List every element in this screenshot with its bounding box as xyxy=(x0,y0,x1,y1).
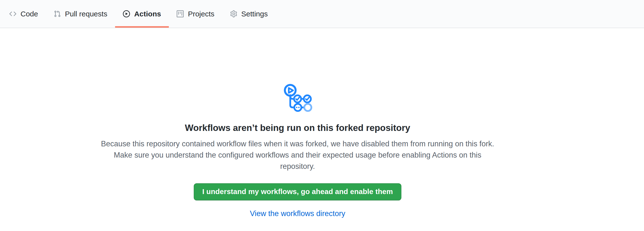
tab-settings[interactable]: Settings xyxy=(222,0,276,28)
tab-projects[interactable]: Projects xyxy=(169,0,222,28)
actions-disabled-blankslate: Workflows aren’t being run on this forke… xyxy=(97,28,498,218)
tab-pull-requests-label: Pull requests xyxy=(65,10,107,18)
blankslate-title: Workflows aren’t being run on this forke… xyxy=(97,121,498,135)
repo-nav: Code Pull requests Actions Projects Sett… xyxy=(0,0,644,28)
git-pull-request-icon xyxy=(54,10,61,17)
blankslate-description: Because this repository contained workfl… xyxy=(100,138,496,172)
tab-code-label: Code xyxy=(20,10,38,18)
gear-icon xyxy=(230,10,237,17)
tab-settings-label: Settings xyxy=(242,10,268,18)
tab-actions-label: Actions xyxy=(134,10,161,18)
tab-projects-label: Projects xyxy=(188,10,214,18)
tab-code[interactable]: Code xyxy=(2,0,46,28)
tab-actions[interactable]: Actions xyxy=(115,0,169,28)
enable-workflows-button[interactable]: I understand my workflows, go ahead and … xyxy=(194,183,402,200)
tab-pull-requests[interactable]: Pull requests xyxy=(46,0,115,28)
workflow-graph-icon xyxy=(282,83,313,113)
project-icon xyxy=(177,10,184,17)
play-icon xyxy=(123,10,130,17)
workflows-directory-link-row: View the workflows directory xyxy=(97,209,498,218)
view-workflows-directory-link[interactable]: View the workflows directory xyxy=(250,209,346,218)
code-icon xyxy=(9,10,16,17)
